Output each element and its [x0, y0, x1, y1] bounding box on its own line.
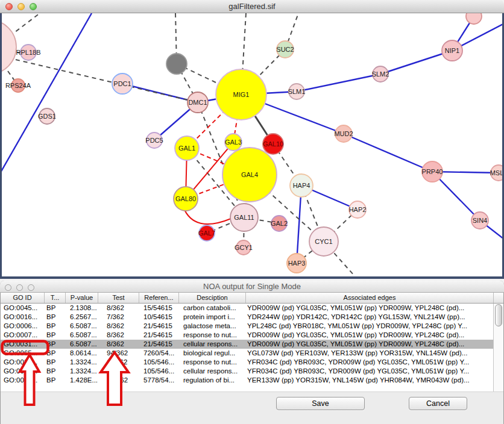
table-cell: GO:0007... [4, 331, 45, 340]
table-cell: cellular respons... [183, 367, 246, 376]
noa-window-title: NOA output for Single Mode [0, 281, 504, 292]
node-label: HAP3 [288, 260, 306, 267]
node-label: SLM2 [372, 70, 389, 78]
zoom-icon[interactable] [28, 284, 34, 291]
table-header: GO IDT...P-valueTestReferen...Desciption… [1, 293, 503, 304]
vertical-scrollbar[interactable] [493, 304, 503, 391]
table-cell: BP [46, 322, 66, 331]
table-cell: 8/362 [107, 331, 139, 340]
traffic-lights [5, 0, 37, 13]
close-icon[interactable] [5, 284, 11, 291]
network-border [0, 276, 504, 279]
node-label: RPL18B [16, 49, 41, 56]
table-cell: 21/54615 [143, 340, 179, 349]
column-header-associated-edges[interactable]: Associated edges [246, 293, 494, 303]
edge [380, 51, 452, 74]
table-cell: galactose meta... [183, 322, 246, 331]
close-icon[interactable] [5, 3, 13, 10]
table-cell: GO:0031... [4, 367, 45, 376]
node-unlabeled[interactable] [166, 54, 187, 74]
column-header-t[interactable]: T... [45, 293, 66, 303]
network-window-title: galFiltered.sif [0, 0, 504, 13]
table-cell: 6.5087... [70, 340, 98, 349]
table-cell: YFR034C (pd) YBR093C, YDR009W (pd) YGL03… [247, 367, 494, 376]
table-row-selected[interactable]: GO:0031...BP6.5087...8/36221/54615cellul… [1, 340, 494, 349]
table-cell: BP [46, 304, 66, 313]
table-cell: protein import i... [183, 313, 246, 322]
column-header-desciption[interactable]: Desciption [179, 293, 246, 303]
table-row[interactable]: GO:0031...BP1.3324...11/362105/546...cel… [1, 367, 494, 376]
scrollbar-thumb[interactable] [495, 304, 502, 326]
table-cell: 1.3324... [70, 358, 98, 367]
table-cell: carbon cataboli... [183, 304, 246, 313]
edge [10, 13, 40, 36]
table-cell: 2.1308... [70, 304, 98, 313]
table-cell: 11/362 [107, 367, 139, 376]
column-header-go-id[interactable]: GO ID [1, 293, 45, 303]
network-border [0, 13, 2, 279]
node-label: GAL1 [178, 145, 195, 152]
table-cell: BP [46, 313, 66, 322]
table-cell: 11/362 [107, 358, 139, 367]
table-cell: BP [46, 376, 66, 385]
table-cell: 6.5087... [70, 331, 98, 340]
table-cell: regulation of bi... [183, 376, 246, 385]
table-cell: 1.428E... [70, 376, 98, 385]
column-header-referen[interactable]: Referen... [139, 293, 179, 303]
table-row[interactable]: GO:0007...BP6.5087...8/36221/54615respon… [1, 331, 494, 340]
network-svg: RPL18BRPS24AGDS1PDC1DMC1MIG1SUC2NIP1SLM2… [0, 13, 504, 279]
network-window: galFiltered.sif RPL18BRPS24AGDS1PDC1DMC1… [0, 0, 504, 279]
node-unlabeled[interactable] [0, 20, 16, 74]
node-label: CYC1 [315, 238, 332, 245]
node-label: PRP40 [422, 168, 443, 175]
network-window-titlebar[interactable]: galFiltered.sif [0, 0, 504, 13]
table-cell: BP [46, 340, 66, 349]
table-cell: 15/54615 [143, 304, 179, 313]
node-label: GCY1 [235, 244, 253, 251]
table-cell: YPL248C (pd) YBR018C, YML051W (pp) YDR00… [247, 322, 494, 331]
table-cell: GO:0065... [4, 349, 45, 358]
table-row[interactable]: GO:0031...BP1.3324...11/362105/546...res… [1, 358, 494, 367]
table-cell: 8/362 [107, 304, 139, 313]
save-button[interactable]: Save [276, 397, 365, 410]
table-row[interactable]: GO:0045...BP2.1308...8/36215/54615carbon… [1, 304, 494, 313]
table-cell: BP [46, 349, 66, 358]
table-body: GO:0045...BP2.1308...8/36215/54615carbon… [1, 304, 494, 391]
table-cell: YGL073W (pd) YER103W, YER133W (pp) YOR31… [247, 349, 494, 358]
node-label: HAP2 [349, 206, 367, 213]
table-cell: GO:0045... [4, 304, 45, 313]
table-cell: YDR009W (pd) YGL035C, YML051W (pp) YDR00… [247, 304, 494, 313]
noa-window-titlebar[interactable]: NOA output for Single Mode [0, 281, 504, 293]
network-canvas[interactable]: RPL18BRPS24AGDS1PDC1DMC1MIG1SUC2NIP1SLM2… [0, 13, 504, 279]
node-label: SLM1 [288, 88, 306, 95]
table-row[interactable]: GO:0006...BP6.5087...8/36221/54615galact… [1, 322, 494, 331]
zoom-icon[interactable] [30, 3, 37, 10]
table-cell: YER133W (pp) YOR315W, YNL145W (pd) YHR08… [247, 376, 494, 385]
edge [344, 134, 432, 172]
column-header-p-value[interactable]: P-value [66, 293, 98, 303]
table-row[interactable]: GO:0065...BP8.0614...94/3627260/54...bio… [1, 349, 494, 358]
minimize-icon[interactable] [16, 284, 23, 291]
node-label: SUC2 [276, 46, 294, 53]
table-row[interactable]: GO:0016...BP6.2567...7/36210/54615protei… [1, 313, 494, 322]
node-label: RPS24A [5, 82, 31, 89]
table-cell: 1.3324... [70, 367, 98, 376]
node-label: HAP4 [293, 182, 310, 189]
table-cell: BP [46, 367, 66, 376]
minimize-icon[interactable] [17, 3, 25, 10]
cancel-button[interactable]: Cancel [409, 397, 467, 410]
table-cell: 105/546... [143, 367, 179, 376]
table-cell: GO:0050... [4, 376, 45, 385]
node-label: PDC1 [113, 80, 131, 87]
column-header-test[interactable]: Test [98, 293, 139, 303]
node-unlabeled[interactable] [466, 13, 482, 24]
node-label: GAL7 [198, 229, 215, 237]
node-label: GAL80 [175, 195, 196, 202]
header-corner [494, 293, 503, 303]
table-row[interactable]: GO:0050...BP1.428E...80/3625778/54...reg… [1, 376, 494, 385]
node-label: MUD2 [334, 130, 353, 137]
table-cell: GO:0031... [4, 340, 45, 349]
table-cell: 5778/54... [143, 376, 179, 385]
node-label: NIP1 [445, 47, 459, 54]
traffic-lights-inactive [5, 281, 34, 294]
